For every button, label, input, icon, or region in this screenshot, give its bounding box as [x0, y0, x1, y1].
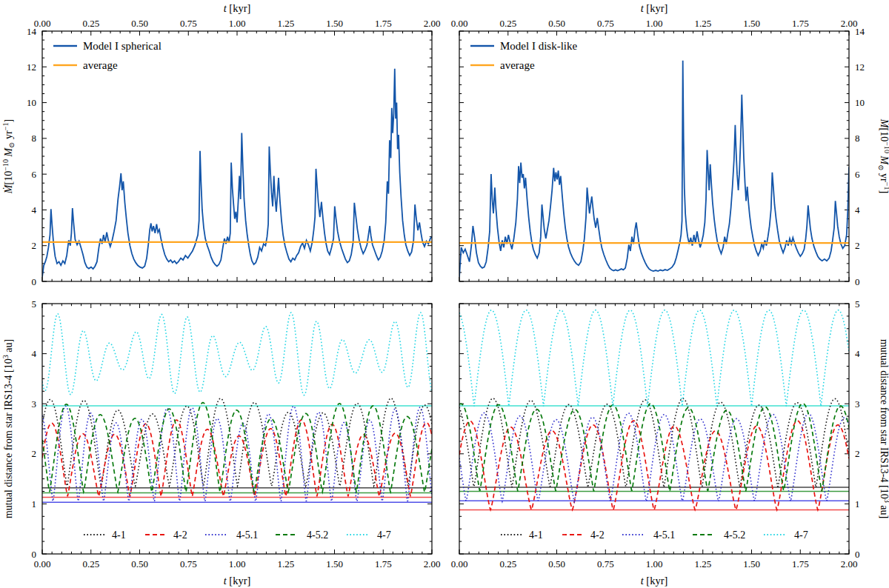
series-4-2: [459, 421, 849, 510]
y-tick-label: 4: [32, 348, 37, 359]
legend-label: 4-7: [377, 529, 391, 541]
y-tick-label: 5: [855, 298, 860, 310]
legend-label: 4-7: [794, 529, 808, 541]
x-tick-label: 0.25: [499, 558, 516, 569]
legend-bottom-right: 4-14-24-5.14-5.24-7: [501, 529, 808, 541]
legend-top-right: Model I disk-likeaverage: [470, 40, 577, 71]
x-tick-label: 0.25: [82, 18, 99, 29]
x-tick-label: 0.00: [34, 558, 51, 569]
x-tick-label: 0.00: [451, 18, 468, 29]
x-tick-label: 0.00: [34, 18, 51, 29]
panel-spine-bottom-right: [459, 304, 849, 554]
series-4-7: [42, 313, 432, 395]
x-tick-label: 1.75: [375, 558, 392, 569]
series-4-7: [459, 310, 849, 407]
y-tick-label: 0: [855, 276, 860, 287]
y-tick-label: 4: [32, 204, 37, 216]
y-tick-label: 4: [855, 204, 860, 216]
y-tick-label: 2: [855, 240, 860, 251]
series-model-i-spherical: [42, 69, 432, 277]
x-tick-label: 0.75: [180, 558, 197, 569]
series-group-top-left: [42, 69, 432, 277]
y-tick-label: 2: [32, 240, 37, 251]
y-tick-label: 12: [855, 61, 865, 73]
y-axis-title: Ṁ[10−10 M⊙ yr−1]: [877, 118, 889, 193]
tick-labels-top-left: 0.000.250.500.751.001.251.501.752.00t [k…: [1, 2, 440, 287]
y-tick-label: 6: [32, 169, 37, 180]
y-axis-title: Ṁ[10−10 M⊙ yr−1]: [1, 119, 16, 194]
x-tick-label: 1.25: [694, 18, 711, 29]
y-tick-label: 6: [855, 169, 860, 180]
x-tick-label: 0.50: [548, 18, 565, 29]
legend-label: 4-5.1: [653, 529, 675, 541]
x-tick-label: 1.75: [792, 18, 809, 29]
y-tick-label: 10: [855, 97, 865, 108]
y-tick-label: 8: [855, 133, 860, 144]
y-tick-label: 1: [32, 498, 37, 510]
ticks-bottom-right: [459, 304, 849, 554]
x-tick-label: 1.50: [743, 18, 760, 29]
y-tick-label: 0: [855, 549, 860, 560]
x-tick-label: 0.50: [548, 558, 565, 569]
legend-label: 4-5.1: [236, 529, 258, 541]
x-tick-label: 1.00: [229, 558, 246, 569]
x-tick-label: 0.25: [499, 18, 516, 29]
x-tick-label: 1.00: [646, 18, 663, 29]
tick-labels-bottom-left: 0.000.250.500.751.001.251.501.752.00t [k…: [1, 298, 440, 587]
legend-label: Model I disk-like: [500, 40, 577, 52]
series-4-1: [42, 398, 432, 486]
y-tick-label: 14: [855, 26, 865, 37]
legend-label: 4-2: [590, 529, 605, 541]
x-tick-label: 1.50: [326, 558, 343, 569]
y-tick-label: 2: [32, 448, 37, 459]
x-tick-label: 2.00: [841, 558, 858, 569]
legend-label: average: [83, 59, 118, 71]
y-tick-label: 0: [32, 276, 37, 287]
x-tick-label: 1.25: [694, 558, 711, 569]
x-tick-label: 0.75: [597, 558, 614, 569]
series-group-top-right: [459, 61, 849, 277]
legend-label: 4-5.2: [307, 529, 328, 541]
y-tick-label: 3: [855, 398, 860, 410]
legend-label: Model I spherical: [83, 40, 162, 52]
legend-label: average: [500, 59, 535, 71]
legend-top-left: Model I sphericalaverage: [53, 40, 162, 71]
y-tick-label: 5: [32, 298, 37, 310]
x-axis-title: t [kyr]: [641, 2, 668, 14]
y-tick-label: 3: [32, 398, 37, 410]
y-tick-label: 10: [27, 97, 36, 108]
x-tick-label: 0.75: [597, 18, 614, 29]
y-tick-label: 4: [855, 348, 860, 359]
x-tick-label: 0.50: [131, 18, 148, 29]
series-model-i-disk-like: [459, 61, 849, 277]
panel-top-right: 0.000.250.500.751.001.251.501.752.00t [k…: [451, 2, 889, 287]
y-tick-label: 2: [855, 448, 860, 459]
x-tick-label: 1.25: [277, 18, 294, 29]
figure-irs13-accretion-and-distances: 0.000.250.500.751.001.251.501.752.00t [k…: [0, 0, 889, 588]
x-tick-label: 0.00: [451, 558, 468, 569]
y-tick-label: 14: [27, 26, 37, 37]
legend-bottom-left: 4-14-24-5.14-5.24-7: [84, 529, 391, 541]
x-axis-title: t [kyr]: [224, 2, 251, 14]
series-group-bottom-right: [459, 310, 849, 510]
tick-labels-bottom-right: 0.000.250.500.751.001.251.501.752.00t [k…: [451, 298, 889, 587]
panel-bottom-left: 0.000.250.500.751.001.251.501.752.00t [k…: [1, 298, 440, 587]
x-tick-label: 1.50: [743, 558, 760, 569]
x-axis-title: t [kyr]: [224, 575, 251, 587]
x-tick-label: 1.00: [646, 558, 663, 569]
series-group-bottom-left: [42, 313, 432, 502]
x-tick-label: 1.25: [277, 558, 294, 569]
y-tick-label: 0: [32, 549, 37, 560]
x-tick-label: 0.50: [131, 558, 148, 569]
panel-bottom-right: 0.000.250.500.751.001.251.501.752.00t [k…: [451, 298, 889, 587]
x-tick-label: 1.75: [792, 558, 809, 569]
x-tick-label: 2.00: [424, 18, 441, 29]
legend-label: 4-1: [529, 529, 543, 541]
x-tick-label: 0.25: [82, 558, 99, 569]
legend-label: 4-1: [112, 529, 126, 541]
legend-label: 4-5.2: [724, 529, 745, 541]
x-tick-label: 0.75: [180, 18, 197, 29]
x-tick-label: 1.50: [326, 18, 343, 29]
x-axis-title: t [kyr]: [641, 575, 668, 587]
x-tick-label: 2.00: [424, 558, 441, 569]
